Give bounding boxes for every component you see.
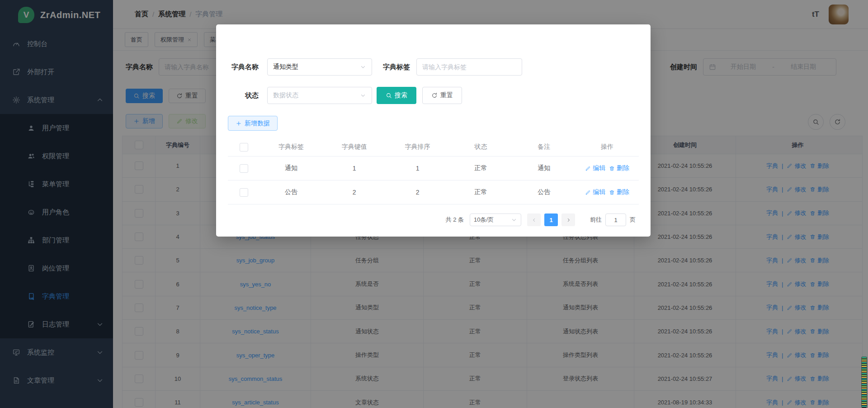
row-checkbox[interactable] [240, 188, 248, 197]
goto-suffix: 页 [630, 216, 636, 224]
edit-link[interactable]: 编辑 [585, 188, 605, 196]
dict-label-cell: 通知 [259, 157, 323, 180]
status-select-placeholder: 数据状态 [273, 91, 360, 100]
dict-sort-cell: 2 [386, 180, 449, 204]
delete-link[interactable]: 删除 [609, 188, 629, 196]
modal-column-header: 状态 [449, 138, 512, 156]
goto-group: 前往 页 [590, 213, 636, 226]
modal-table-body: 通知11正常通知编辑 删除公告22正常公告编辑 删除 [228, 157, 639, 204]
modal-table-header-row: 字典标签字典键值字典排序状态备注操作 [228, 138, 639, 157]
dict-data-table: 字典标签字典键值字典排序状态备注操作 通知11正常通知编辑 删除公告22正常公告… [228, 138, 639, 204]
prev-page-button[interactable] [527, 213, 541, 226]
modal-table-row: 公告22正常公告编辑 删除 [228, 180, 639, 204]
refresh-icon [431, 92, 438, 99]
remark-cell: 通知 [512, 157, 576, 180]
modal-dict-name-label: 字典名称 [228, 63, 259, 71]
delete-link[interactable]: 删除 [609, 164, 629, 172]
current-page[interactable]: 1 [544, 213, 558, 226]
arrow-left-icon [531, 217, 537, 223]
modal-reset-button[interactable]: 重置 [422, 87, 462, 104]
dict-name-select-value: 通知类型 [273, 63, 360, 71]
pager: 1 [527, 213, 575, 226]
plus-icon [236, 120, 242, 127]
dict-value-cell: 2 [323, 180, 386, 204]
actions-cell: 编辑 删除 [576, 180, 639, 204]
page-size-select[interactable]: 10条/页 [470, 213, 521, 226]
scrollbar-indicator[interactable] [861, 356, 867, 408]
dict-label-cell: 公告 [259, 180, 323, 204]
chevron-down-icon [360, 64, 366, 70]
chevron-down-icon [511, 217, 517, 223]
remark-cell: 公告 [512, 180, 576, 204]
modal-search-button[interactable]: 搜索 [377, 87, 416, 104]
page-size-value: 10条/页 [474, 216, 511, 224]
dict-sort-cell: 1 [386, 157, 449, 180]
edit-link[interactable]: 编辑 [585, 164, 605, 172]
status-cell: 正常 [449, 180, 512, 204]
modal-column-header: 字典标签 [259, 138, 323, 156]
search-icon [386, 92, 392, 99]
delete-icon [609, 166, 615, 171]
modal-status-label: 状态 [228, 91, 259, 100]
row-checkbox[interactable] [240, 143, 248, 152]
status-select[interactable]: 数据状态 [267, 87, 372, 104]
modal-column-header: 备注 [512, 138, 576, 156]
row-checkbox[interactable] [240, 164, 248, 173]
modal-form-row-1: 字典名称 通知类型 字典标签 [228, 58, 522, 76]
chevron-down-icon [360, 92, 366, 99]
modal-column-header: 操作 [576, 138, 639, 156]
actions-cell: 编辑 删除 [576, 157, 639, 180]
modal-column-header: 字典键值 [323, 138, 386, 156]
delete-icon [609, 190, 615, 195]
modal-table-row: 通知11正常通知编辑 删除 [228, 157, 639, 180]
dict-data-dialog: 字典名称 通知类型 字典标签 状态 数据状态 搜索 重置 [216, 24, 651, 237]
goto-page-input[interactable] [605, 213, 626, 226]
pagination: 共 2 条 10条/页 1 前往 页 [216, 213, 651, 226]
edit-icon [585, 190, 591, 195]
dict-label-input[interactable] [416, 58, 522, 76]
edit-icon [585, 166, 591, 171]
modal-column-header: 字典排序 [386, 138, 449, 156]
arrow-right-icon [566, 217, 571, 223]
dict-value-cell: 1 [323, 157, 386, 180]
next-page-button[interactable] [561, 213, 575, 226]
add-data-button[interactable]: 新增数据 [228, 116, 278, 131]
goto-label: 前往 [590, 216, 602, 224]
pagination-total: 共 2 条 [446, 216, 464, 224]
app-root: V ZrAdmin.NET 控制台外部打开系统管理用户管理权限管理菜单管理用户角… [0, 0, 868, 408]
modal-form-row-2: 状态 数据状态 搜索 重置 [228, 87, 462, 104]
status-cell: 正常 [449, 157, 512, 180]
dict-name-select[interactable]: 通知类型 [267, 58, 372, 76]
modal-dict-label-label: 字典标签 [378, 63, 410, 71]
